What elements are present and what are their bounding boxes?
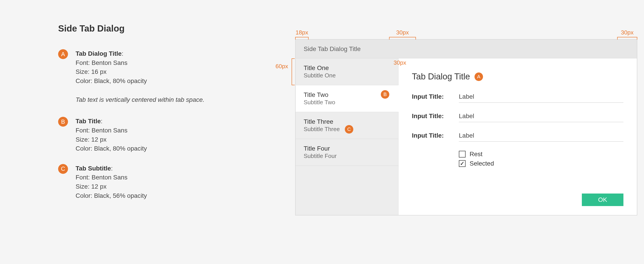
spec-b-title: Tab Title — [76, 118, 101, 125]
tab-one[interactable]: Title One Subtitle One — [296, 58, 398, 85]
checkbox-rest[interactable]: Rest — [459, 151, 624, 158]
spec-a-font: Font: Benton Sans — [76, 59, 128, 66]
dim-30a-label: 30px — [396, 29, 409, 36]
bracket-icon — [617, 37, 637, 40]
spec-a-color: Color: Black, 80% opacity — [76, 77, 147, 84]
tab-subtitle: Subtitle One — [304, 72, 398, 79]
side-tabs: Title One Subtitle One Title Two Subtitl… — [296, 58, 398, 215]
badge-c-icon: C — [345, 125, 353, 134]
docs-column: Side Tab Dialog A Tab Dialog Title: Font… — [58, 24, 232, 211]
tab-subtitle: Subtitle Two — [304, 99, 398, 106]
text-input-1[interactable] — [459, 92, 624, 103]
dim-18-label: 18px — [296, 29, 308, 36]
badge-c-icon: C — [58, 164, 68, 174]
spec-b: B Tab Title: Font: Benton Sans Size: 12 … — [58, 117, 232, 153]
spec-note: Tab text is vertically centered within t… — [76, 96, 232, 103]
spec-a-size: Size: 16 px — [76, 68, 107, 75]
content-title: Tab Dialog Title — [412, 72, 470, 81]
side-tab-dialog: Side Tab Dialog Title Title One Subtitle… — [295, 39, 637, 215]
tab-two[interactable]: Title Two Subtitle Two B — [296, 85, 399, 112]
spec-c-color: Color: Black, 56% opacity — [76, 192, 147, 199]
badge-a-icon: A — [58, 49, 68, 59]
dim-18: 18px — [295, 29, 308, 40]
dim-30a: 30px — [389, 29, 416, 40]
tab-four[interactable]: Title Four Subtitle Four — [296, 139, 398, 166]
content-title-row: Tab Dialog Title A — [412, 72, 624, 81]
dim-60-label: 60px — [276, 63, 288, 70]
spec-c: C Tab Subtitle: Font: Benton Sans Size: … — [58, 164, 232, 200]
dialog-title: Side Tab Dialog Title — [296, 40, 637, 58]
checkbox-rest-label: Rest — [470, 151, 482, 158]
dim-30b: 30px — [617, 29, 637, 40]
checkbox-selected-label: Selected — [470, 160, 494, 167]
spec-c-font: Font: Benton Sans — [76, 174, 128, 181]
bracket-icon — [389, 37, 416, 40]
spec-c-title: Tab Subtitle — [76, 165, 111, 172]
spec-a-title: Tab Dialog Title — [76, 50, 122, 57]
tab-subtitle: Subtitle Four — [304, 153, 398, 159]
spec-b-body: Tab Title: Font: Benton Sans Size: 12 px… — [76, 117, 147, 153]
form-row-1: Input Title: — [412, 92, 624, 103]
tab-title: Title Three — [304, 118, 398, 125]
dialog-body: Title One Subtitle One Title Two Subtitl… — [296, 58, 637, 215]
form-row-3: Input Title: — [412, 131, 624, 142]
input-label: Input Title: — [412, 113, 459, 120]
dialog-content: Tab Dialog Title A Input Title: Input Ti… — [398, 58, 637, 215]
bracket-icon — [292, 58, 295, 85]
ok-button[interactable]: OK — [582, 193, 624, 206]
input-label: Input Title: — [412, 132, 459, 139]
form-row-2: Input Title: — [412, 112, 624, 122]
badge-a-icon: A — [474, 73, 483, 81]
tab-title: Title Four — [304, 145, 398, 152]
badge-b-icon: B — [381, 90, 389, 99]
spec-a: A Tab Dialog Title: Font: Benton Sans Si… — [58, 49, 232, 86]
checkbox-selected[interactable]: ✓ Selected — [459, 160, 624, 167]
tab-empty — [296, 166, 398, 193]
text-input-2[interactable] — [459, 112, 624, 122]
spec-c-body: Tab Subtitle: Font: Benton Sans Size: 12… — [76, 164, 147, 200]
checkbox-checked-icon: ✓ — [459, 160, 466, 167]
text-input-3[interactable] — [459, 131, 624, 142]
checkbox-empty-icon — [459, 151, 466, 157]
spec-c-size: Size: 12 px — [76, 183, 107, 190]
checkbox-group: Rest ✓ Selected — [459, 151, 624, 167]
dialog-mock: 18px 30px 30px 60px 30px Side Tab Dialog… — [295, 39, 637, 215]
spec-b-color: Color: Black, 80% opacity — [76, 145, 147, 152]
tab-three[interactable]: Title Three Subtitle Three C — [296, 112, 398, 139]
spec-b-font: Font: Benton Sans — [76, 127, 128, 134]
dim-30b-label: 30px — [621, 29, 634, 36]
bracket-icon — [295, 37, 308, 40]
input-label: Input Title: — [412, 93, 459, 100]
badge-b-icon: B — [58, 117, 68, 127]
spec-a-body: Tab Dialog Title: Font: Benton Sans Size… — [76, 49, 147, 86]
tab-title: Title One — [304, 64, 398, 72]
spec-b-size: Size: 12 px — [76, 136, 107, 143]
page-title: Side Tab Dialog — [58, 24, 232, 34]
